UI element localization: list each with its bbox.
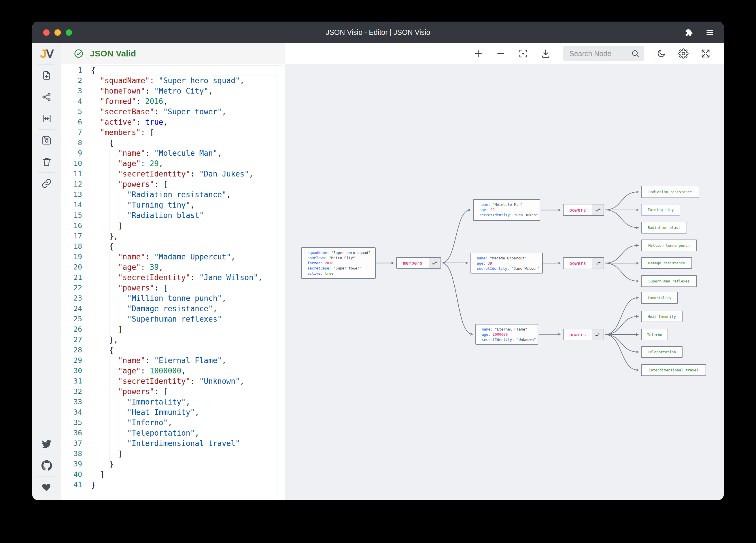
collapse-node-button[interactable]	[592, 329, 604, 340]
editor-line[interactable]: 2 "squadName": "Super hero squad",	[61, 75, 285, 86]
sponsor-link[interactable]	[32, 476, 61, 498]
graph-leaf-node[interactable]: Damage resistance	[641, 257, 692, 269]
editor-line[interactable]: 15 "Radiation blast"	[61, 210, 285, 221]
download-button[interactable]	[540, 48, 551, 59]
editor-line[interactable]: 24 "Damage resistance",	[61, 303, 285, 314]
editor-line[interactable]: 31 "secretIdentity": "Unknown",	[61, 376, 285, 386]
zoom-in-button[interactable]	[473, 48, 483, 59]
editor-line[interactable]: 11 "secretIdentity": "Dan Jukes",	[61, 169, 285, 179]
line-number: 8	[61, 138, 91, 148]
graph-array-node[interactable]: powers	[563, 204, 604, 216]
editor-line[interactable]: 9 "name": "Molecule Man",	[61, 148, 285, 158]
editor-line[interactable]: 29 "name": "Eternal Flame",	[61, 355, 285, 366]
editor-line[interactable]: 10 "age": 29,	[61, 158, 285, 169]
collapse-node-button[interactable]	[592, 258, 604, 269]
graph-object-node[interactable]: squadName: "Super hero squad"homeTown: "…	[301, 247, 376, 279]
graph-leaf-node[interactable]: Superhuman reflexes	[641, 275, 697, 287]
node-property: age: 29	[479, 207, 540, 213]
line-number: 38	[61, 449, 91, 459]
editor-line[interactable]: 28 {	[61, 345, 285, 355]
graph-leaf-node[interactable]: Turning tiny	[641, 204, 680, 216]
editor-line[interactable]: 18 {	[61, 241, 285, 252]
editor-line[interactable]: 32 "powers": [	[61, 386, 285, 397]
delete-button[interactable]	[32, 151, 61, 173]
graph-edge	[605, 334, 638, 352]
graph-leaf-node[interactable]: Radiation resistance	[641, 186, 699, 198]
github-link[interactable]	[32, 455, 61, 476]
editor-line[interactable]: 8 {	[61, 138, 285, 148]
editor-line[interactable]: 16 ]	[61, 221, 285, 231]
editor-line[interactable]: 41}	[61, 480, 285, 490]
zoom-out-button[interactable]	[496, 48, 506, 59]
minus-icon	[496, 48, 506, 59]
code-line-text: "name": "Molecule Man",	[91, 148, 282, 158]
graph-array-node[interactable]: members	[396, 257, 441, 269]
twitter-link[interactable]	[32, 433, 61, 455]
leaf-node-text: Radiation resistance	[649, 190, 692, 194]
graph-array-node[interactable]: powers	[563, 329, 604, 340]
line-number: 28	[61, 345, 91, 355]
editor-line[interactable]: 17 },	[61, 231, 285, 241]
graph-leaf-node[interactable]: Immortality	[641, 291, 678, 304]
graph-leaf-node[interactable]: Teleportation	[641, 346, 683, 358]
editor-line[interactable]: 14 "Turning tiny",	[61, 200, 285, 210]
editor-line[interactable]: 30 "age": 1000000,	[61, 366, 285, 376]
editor-line[interactable]: 3 "homeTown": "Metro City",	[61, 86, 285, 96]
dark-mode-toggle[interactable]	[656, 49, 666, 58]
line-number: 2	[61, 75, 91, 86]
editor-line[interactable]: 1{	[61, 65, 285, 75]
editor-line[interactable]: 23 "Million tonne punch",	[61, 293, 285, 303]
minimize-button[interactable]	[54, 29, 61, 36]
editor-line[interactable]: 27 },	[61, 334, 285, 345]
editor-line[interactable]: 37 "Interdimensional travel"	[61, 438, 285, 449]
graph-array-node[interactable]: powers	[563, 257, 604, 269]
settings-button[interactable]	[678, 48, 689, 59]
line-number: 20	[61, 262, 91, 272]
app-logo[interactable]: JV	[32, 43, 61, 65]
editor-line[interactable]: 19 "name": "Madame Uppercut",	[61, 252, 285, 262]
extension-puzzle-icon[interactable]	[685, 28, 693, 37]
graph-view-button[interactable]	[32, 86, 61, 108]
editor-line[interactable]: 20 "age": 39,	[61, 262, 285, 272]
editor-line[interactable]: 34 "Heat Immunity",	[61, 407, 285, 417]
editor-line[interactable]: 12 "powers": [	[61, 179, 285, 190]
menu-icon[interactable]	[705, 28, 715, 37]
editor-line[interactable]: 6 "active": true,	[61, 117, 285, 127]
editor-line[interactable]: 22 "powers": [	[61, 283, 285, 293]
share-link-button[interactable]	[32, 173, 61, 194]
editor-line[interactable]: 25 "Superhuman reflexes"	[61, 314, 285, 324]
search-input[interactable]	[569, 49, 631, 58]
editor-line[interactable]: 13 "Radiation resistance",	[61, 190, 285, 200]
editor-line[interactable]: 40 ]	[61, 469, 285, 480]
editor-line[interactable]: 39 }	[61, 459, 285, 469]
new-document-button[interactable]	[32, 65, 61, 86]
save-button[interactable]	[32, 130, 61, 151]
fullscreen-button[interactable]	[701, 49, 710, 58]
center-focus-icon	[518, 48, 528, 59]
editor-line[interactable]: 21 "secretIdentity": "Jane Wilson",	[61, 272, 285, 283]
center-view-button[interactable]	[32, 108, 61, 129]
graph-leaf-node[interactable]: Million tonne punch	[641, 240, 697, 252]
editor-line[interactable]: 38 ]	[61, 449, 285, 459]
close-button[interactable]	[43, 29, 50, 36]
collapse-node-button[interactable]	[429, 258, 441, 268]
graph-leaf-node[interactable]: Interdimensional travel	[641, 364, 706, 376]
graph-object-node[interactable]: name: "Madame Uppercut"age: 39secretIden…	[470, 253, 543, 273]
editor-line[interactable]: 33 "Immortality",	[61, 397, 285, 407]
graph-canvas[interactable]: squadName: "Super hero squad"homeTown: "…	[285, 64, 724, 500]
editor-line[interactable]: 26 ]	[61, 324, 285, 334]
code-editor[interactable]: 1{2 "squadName": "Super hero squad",3 "h…	[61, 64, 285, 500]
graph-leaf-node[interactable]: Heat Immunity	[641, 311, 683, 322]
center-focus-button[interactable]	[518, 48, 528, 59]
collapse-node-button[interactable]	[592, 205, 604, 215]
editor-line[interactable]: 36 "Teleportation",	[61, 428, 285, 438]
editor-line[interactable]: 4 "formed": 2016,	[61, 96, 285, 107]
graph-leaf-node[interactable]: Inferno	[641, 329, 668, 340]
editor-line[interactable]: 5 "secretBase": "Super tower",	[61, 107, 285, 117]
graph-object-node[interactable]: name: "Molecule Man"age: 29secretIdentit…	[473, 199, 540, 221]
editor-line[interactable]: 35 "Inferno",	[61, 417, 285, 428]
graph-leaf-node[interactable]: Radiation blast	[641, 222, 687, 234]
editor-line[interactable]: 7 "members": [	[61, 127, 285, 138]
graph-object-node[interactable]: name: "Eternal Flame"age: 1000000secretI…	[475, 324, 538, 345]
zoom-window-button[interactable]	[66, 29, 72, 36]
